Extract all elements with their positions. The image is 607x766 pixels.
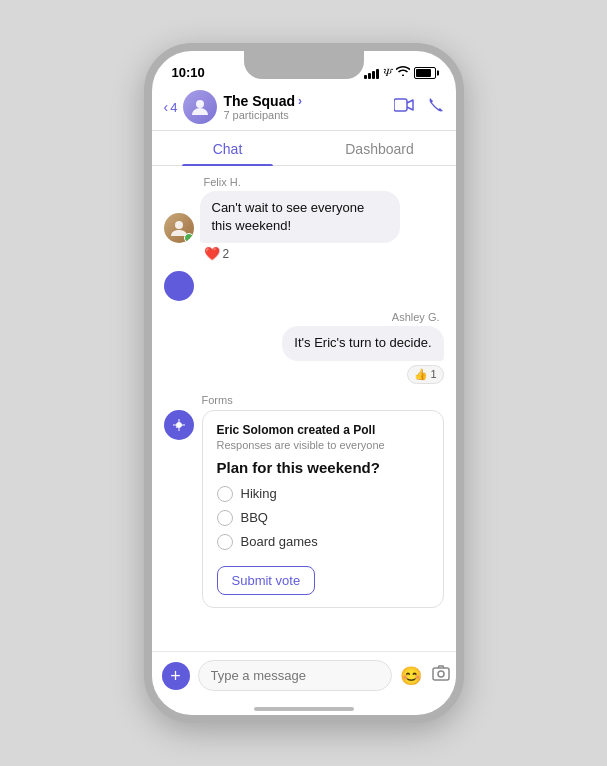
- poll-option-1: BBQ: [217, 510, 429, 526]
- back-count: 4: [170, 100, 177, 115]
- svg-point-6: [438, 671, 444, 677]
- poll-card: Eric Solomon created a Poll Responses ar…: [202, 410, 444, 608]
- group-name[interactable]: The Squad ›: [223, 93, 387, 109]
- forms-row: ♪ Eric Solomon created a Poll Responses …: [164, 410, 444, 608]
- reaction-ashley: 👍 1: [407, 365, 443, 384]
- svg-point-2: [175, 221, 183, 229]
- bubble-ashley: It's Eric's turn to decide.: [282, 326, 443, 360]
- chat-tabs: Chat Dashboard: [152, 131, 456, 166]
- poll-visible: Responses are visible to everyone: [217, 439, 429, 451]
- battery-icon: [414, 67, 436, 79]
- radio-bbq[interactable]: [217, 510, 233, 526]
- tab-dashboard-label: Dashboard: [345, 141, 414, 157]
- home-bar: [254, 707, 354, 711]
- message-sender-ashley: Ashley G.: [392, 311, 440, 323]
- phone-device: 10:10 𝛹: [144, 43, 464, 723]
- reaction-count-ashley: 1: [430, 368, 436, 380]
- svg-rect-5: [433, 668, 449, 680]
- bubble-felix: Can't wait to see everyone this weekend!: [200, 191, 400, 243]
- header-actions: [394, 97, 444, 117]
- camera-icon[interactable]: [432, 665, 450, 686]
- group-avatar-image: [183, 90, 217, 124]
- svg-point-0: [196, 100, 204, 108]
- radio-hiking[interactable]: [217, 486, 233, 502]
- poll-option-0: Hiking: [217, 486, 429, 502]
- wifi-icon: 𝛹: [383, 66, 409, 79]
- group-name-text: The Squad: [223, 93, 295, 109]
- phone-notch: [244, 51, 364, 79]
- message-sender-felix: Felix H.: [204, 176, 444, 188]
- svg-text:♪: ♪: [175, 420, 180, 430]
- reaction-felix: ❤️ 2: [204, 246, 444, 261]
- chat-area: Felix H. Can't wait to see everyon: [152, 166, 456, 651]
- phone-screen: 10:10 𝛹: [152, 51, 456, 715]
- status-icons: 𝛹: [364, 66, 435, 79]
- forms-label: Forms: [202, 394, 444, 406]
- input-action-icons: 😊: [400, 664, 456, 687]
- status-time: 10:10: [172, 65, 205, 80]
- group-name-chevron-icon: ›: [298, 94, 302, 108]
- radio-boardgames[interactable]: [217, 534, 233, 550]
- option-label-1: BBQ: [241, 510, 268, 525]
- back-button[interactable]: ‹ 4: [164, 99, 178, 115]
- input-bar: + 😊: [152, 651, 456, 699]
- online-badge-felix: [184, 233, 194, 243]
- message-input[interactable]: [198, 660, 392, 691]
- poll-creator: Eric Solomon created a Poll: [217, 423, 429, 437]
- group-info: The Squad › 7 participants: [223, 93, 387, 121]
- phone-wrapper: 10:10 𝛹: [0, 0, 607, 766]
- current-user-avatar: [164, 271, 194, 301]
- poll-option-2: Board games: [217, 534, 429, 550]
- tab-chat[interactable]: Chat: [152, 131, 304, 165]
- poll-section: Forms ♪ Eric Solomon c: [164, 394, 444, 608]
- poll-question: Plan for this weekend?: [217, 459, 429, 476]
- tab-dashboard[interactable]: Dashboard: [304, 131, 456, 165]
- option-label-2: Board games: [241, 534, 318, 549]
- add-button[interactable]: +: [162, 662, 190, 690]
- message-group-felix: Felix H. Can't wait to see everyon: [164, 176, 444, 261]
- emoji-icon[interactable]: 😊: [400, 665, 422, 687]
- back-chevron-icon: ‹: [164, 99, 169, 115]
- avatar-felix: [164, 213, 194, 243]
- message-group-ashley: Ashley G. It's Eric's turn to decide. 👍 …: [164, 311, 444, 383]
- submit-vote-button[interactable]: Submit vote: [217, 566, 316, 595]
- group-avatar: [183, 90, 217, 124]
- reaction-count-felix: 2: [223, 247, 230, 261]
- add-icon: +: [170, 667, 181, 685]
- phone-call-icon[interactable]: [428, 97, 444, 117]
- video-call-icon[interactable]: [394, 98, 414, 116]
- reaction-emoji-ashley: 👍: [414, 368, 428, 381]
- reaction-emoji-felix: ❤️: [204, 246, 220, 261]
- current-user-row: [164, 271, 444, 301]
- ashley-bubble-wrap: It's Eric's turn to decide.: [282, 326, 443, 360]
- group-participants: 7 participants: [223, 109, 387, 121]
- chat-header: ‹ 4 The Squad ›: [152, 84, 456, 131]
- signal-bars-icon: [364, 67, 379, 79]
- forms-avatar: ♪: [164, 410, 194, 440]
- svg-rect-1: [394, 99, 407, 111]
- option-label-0: Hiking: [241, 486, 277, 501]
- tab-chat-label: Chat: [213, 141, 243, 157]
- home-indicator: [152, 699, 456, 715]
- message-row-felix: Can't wait to see everyone this weekend!: [164, 191, 444, 243]
